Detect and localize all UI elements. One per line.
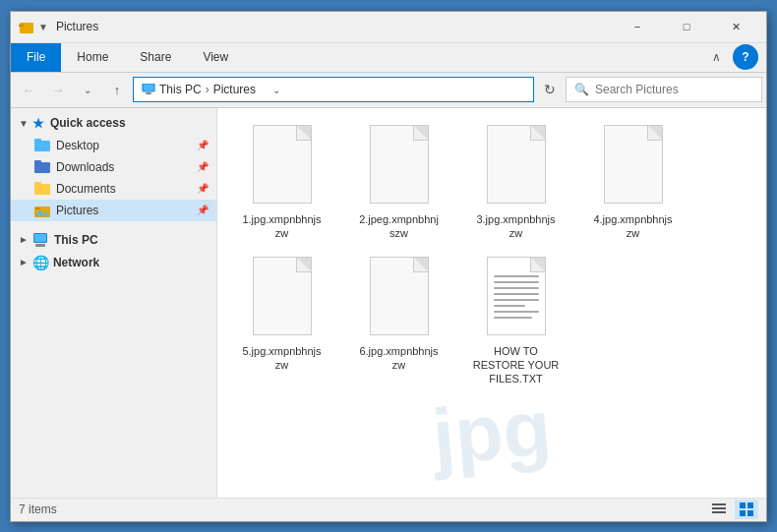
file-item-5[interactable]: 5.jpg.xmpnbhnjszw bbox=[225, 248, 338, 376]
file-name-3: 3.jpg.xmpnbhnjszw bbox=[476, 212, 555, 241]
txt-line-2 bbox=[494, 281, 539, 283]
file-name-2: 2.jpeg.xmpnbhnjszw bbox=[359, 212, 439, 241]
sidebar-downloads-label: Downloads bbox=[56, 160, 114, 174]
file-icon-3 bbox=[482, 125, 551, 208]
main-content: ▼ ★ Quick access Desktop 📌 Downloads 📌 D… bbox=[11, 108, 766, 498]
sidebar-item-documents[interactable]: Documents 📌 bbox=[11, 178, 216, 200]
svg-rect-3 bbox=[143, 84, 154, 91]
maximize-button[interactable]: □ bbox=[664, 13, 709, 40]
sidebar-item-desktop[interactable]: Desktop 📌 bbox=[11, 135, 216, 156]
sidebar: ▼ ★ Quick access Desktop 📌 Downloads 📌 D… bbox=[11, 108, 217, 498]
file-name-7: HOW TORESTORE YOURFILES.TXT bbox=[473, 344, 560, 386]
file-item-1[interactable]: 1.jpg.xmpnbhnjszw bbox=[225, 116, 338, 244]
search-input[interactable] bbox=[595, 83, 753, 96]
network-section-header[interactable]: ► 🌐 Network bbox=[11, 251, 216, 274]
pictures-folder-icon bbox=[34, 204, 50, 217]
path-thispc[interactable]: This PC bbox=[159, 83, 202, 96]
ribbon-collapse-button[interactable]: ∧ bbox=[703, 44, 729, 70]
file-name-1: 1.jpg.xmpnbhnjszw bbox=[242, 212, 321, 241]
file-item-7[interactable]: HOW TORESTORE YOURFILES.TXT bbox=[459, 248, 572, 376]
network-label: Network bbox=[53, 256, 99, 269]
back-button[interactable]: ← bbox=[15, 76, 42, 103]
search-icon: 🔍 bbox=[574, 83, 589, 96]
forward-button[interactable]: → bbox=[44, 76, 72, 103]
quick-access-label: Quick access bbox=[50, 116, 126, 130]
documents-folder-icon bbox=[34, 182, 50, 195]
file-name-5: 5.jpg.xmpnbhnjszw bbox=[242, 344, 321, 373]
minimize-button[interactable]: − bbox=[615, 13, 660, 40]
svg-rect-11 bbox=[712, 507, 726, 509]
sidebar-item-pictures[interactable]: Pictures 📌 bbox=[11, 200, 216, 221]
doc-fold-6 bbox=[414, 258, 428, 271]
doc-shape-6 bbox=[370, 257, 429, 335]
title-bar: ▼ Pictures − □ ✕ bbox=[11, 12, 766, 43]
file-item-6[interactable]: 6.jpg.xmpnbhnjszw bbox=[342, 248, 455, 376]
sidebar-item-downloads[interactable]: Downloads 📌 bbox=[11, 156, 216, 178]
title-bar-icon: ▼ bbox=[19, 19, 48, 34]
doc-shape-5 bbox=[253, 257, 312, 335]
doc-fold-3 bbox=[531, 126, 545, 140]
address-dropdown-button[interactable]: ⌄ bbox=[264, 77, 289, 102]
quick-access-header[interactable]: ▼ ★ Quick access bbox=[11, 112, 216, 135]
toolbar-quick-icons: ▼ bbox=[38, 22, 48, 32]
doc-fold-7 bbox=[531, 258, 545, 271]
file-icon-5 bbox=[248, 257, 317, 340]
file-item-3[interactable]: 3.jpg.xmpnbhnjszw bbox=[459, 116, 572, 244]
doc-shape-4 bbox=[604, 125, 663, 204]
svg-rect-12 bbox=[712, 511, 726, 513]
thispc-section-header[interactable]: ► This PC bbox=[11, 229, 216, 251]
doc-shape-2 bbox=[370, 125, 429, 204]
refresh-button[interactable]: ↻ bbox=[536, 77, 564, 102]
sidebar-documents-label: Documents bbox=[56, 182, 116, 196]
window-controls: − □ ✕ bbox=[615, 13, 758, 40]
svg-rect-14 bbox=[747, 502, 753, 508]
txt-line-4 bbox=[494, 293, 539, 295]
ribbon-right-controls: ∧ ? bbox=[703, 44, 766, 70]
doc-fold-2 bbox=[414, 126, 428, 140]
up-button[interactable]: ↑ bbox=[103, 76, 131, 103]
txt-line-1 bbox=[494, 275, 539, 277]
thispc-expand-icon: ► bbox=[19, 234, 29, 245]
svg-rect-13 bbox=[740, 502, 746, 508]
item-count: 7 items bbox=[19, 502, 57, 516]
list-view-button[interactable] bbox=[707, 500, 731, 519]
search-box[interactable]: 🔍 bbox=[566, 77, 762, 102]
view-controls bbox=[707, 500, 758, 519]
file-item-2[interactable]: 2.jpeg.xmpnbhnjszw bbox=[342, 116, 455, 244]
txt-line-3 bbox=[494, 287, 539, 289]
pictures-pin-icon: 📌 bbox=[197, 205, 209, 215]
tab-file[interactable]: File bbox=[11, 43, 61, 72]
tab-view[interactable]: View bbox=[187, 43, 244, 72]
downloads-pin-icon: 📌 bbox=[197, 161, 209, 172]
downloads-folder-icon bbox=[34, 160, 50, 173]
doc-shape-7 bbox=[487, 257, 546, 335]
svg-rect-7 bbox=[35, 207, 40, 209]
tab-home[interactable]: Home bbox=[61, 43, 124, 72]
explorer-window: ▼ Pictures − □ ✕ File Home Share View ∧ … bbox=[10, 11, 767, 522]
file-item-4[interactable]: 4.jpg.xmpnbhnjszw bbox=[576, 116, 689, 244]
window-icon bbox=[19, 19, 34, 34]
window-title: Pictures bbox=[56, 20, 615, 33]
network-icon: 🌐 bbox=[32, 255, 49, 270]
help-button[interactable]: ? bbox=[733, 44, 758, 70]
status-bar: 7 items bbox=[11, 498, 766, 521]
sidebar-pictures-label: Pictures bbox=[56, 204, 98, 217]
star-icon: ★ bbox=[32, 116, 44, 131]
recent-locations-button[interactable]: ⌄ bbox=[74, 76, 101, 103]
address-path[interactable]: This PC › Pictures ⌄ bbox=[133, 77, 534, 102]
grid-view-button[interactable] bbox=[735, 500, 758, 519]
thispc-label: This PC bbox=[54, 233, 98, 247]
close-button[interactable]: ✕ bbox=[713, 13, 758, 40]
network-expand-icon: ► bbox=[19, 257, 29, 267]
doc-shape-3 bbox=[487, 125, 546, 204]
ribbon-tabs: File Home Share View ∧ ? bbox=[11, 43, 766, 73]
file-icon-6 bbox=[365, 257, 434, 340]
svg-rect-10 bbox=[712, 503, 726, 505]
txt-line-7 bbox=[494, 311, 539, 313]
address-bar: ← → ⌄ ↑ This PC › Pictures ⌄ ↻ 🔍 bbox=[11, 73, 766, 108]
path-pictures[interactable]: Pictures bbox=[213, 83, 256, 96]
svg-rect-16 bbox=[747, 510, 753, 516]
tab-share[interactable]: Share bbox=[124, 43, 187, 72]
doc-fold-1 bbox=[297, 126, 311, 140]
thispc-icon bbox=[32, 233, 48, 247]
